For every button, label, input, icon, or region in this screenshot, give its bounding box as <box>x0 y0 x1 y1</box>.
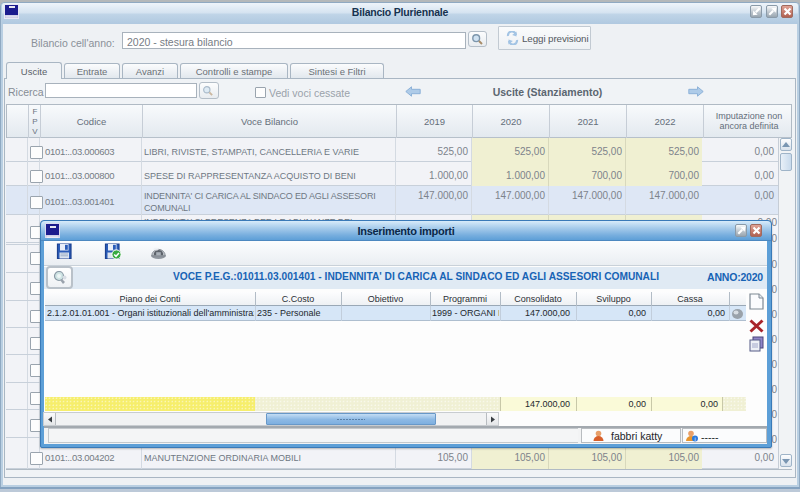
svg-text:i: i <box>694 436 695 442</box>
